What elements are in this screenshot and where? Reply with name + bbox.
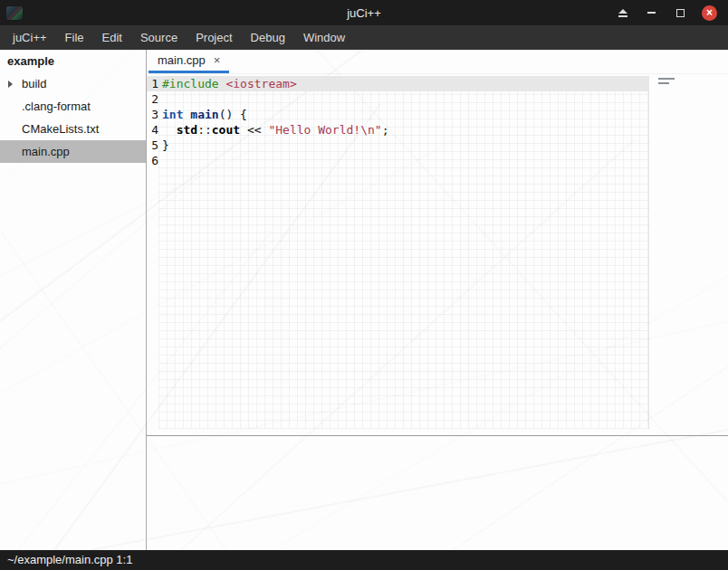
menu-item-project[interactable]: Project [187, 25, 241, 50]
code-text: #include <iostream> [162, 76, 297, 91]
tree-item-label: CMakeLists.txt [0, 122, 99, 136]
menu-item-juci[interactable]: juCi++ [4, 25, 56, 50]
tree-item-clang-format[interactable]: .clang-format [0, 95, 146, 118]
code-line[interactable]: 3int main() { [147, 107, 649, 122]
status-bar: ~/example/main.cpp 1:1 [0, 550, 728, 570]
code-text: int main() { [162, 107, 247, 122]
minimize-icon[interactable] [644, 5, 659, 21]
code-line[interactable]: 1#include <iostream> [147, 76, 649, 91]
code-text: std::cout << "Hello World!\n"; [162, 122, 388, 138]
restore-icon[interactable] [673, 5, 688, 21]
line-number: 4 [147, 122, 158, 138]
menu-item-debug[interactable]: Debug [242, 25, 294, 50]
tree-item-cmakelists[interactable]: CMakeLists.txt [0, 118, 146, 140]
menu-item-window[interactable]: Window [294, 25, 354, 50]
code-editor[interactable]: 1#include <iostream>23int main() {4 std:… [147, 74, 728, 435]
scrollbar-overview-marks [658, 78, 676, 87]
code-line[interactable]: 6 [147, 153, 649, 168]
menu-item-file[interactable]: File [56, 25, 93, 50]
eject-icon[interactable] [615, 5, 630, 21]
line-number: 3 [147, 107, 158, 122]
tree-item-label: .clang-format [0, 100, 91, 113]
tree-item-label: main.cpp [0, 145, 70, 158]
tree-item-build[interactable]: build [0, 72, 146, 95]
bottom-panel[interactable] [147, 436, 728, 550]
code-lines: 1#include <iostream>23int main() {4 std:… [147, 76, 649, 168]
line-number: 2 [147, 91, 158, 107]
menu-item-edit[interactable]: Edit [93, 25, 131, 50]
expander-icon[interactable] [8, 81, 13, 88]
code-line[interactable]: 4 std::cout << "Hello World!\n"; [147, 122, 649, 138]
window-controls: × [615, 5, 728, 21]
tree-root-folder[interactable]: example [0, 50, 146, 72]
status-text: ~/example/main.cpp 1:1 [7, 553, 132, 566]
menu-bar: juCi++ File Edit Source Project Debug Wi… [0, 25, 728, 50]
code-line[interactable]: 5} [147, 138, 649, 153]
tree-item-label: build [0, 77, 46, 90]
tab-main-cpp[interactable]: main.cpp × [148, 49, 229, 73]
title-bar[interactable]: juCi++ × [0, 0, 728, 25]
tab-bar: main.cpp × [147, 50, 728, 74]
code-line[interactable]: 2 [147, 91, 649, 107]
menu-item-source[interactable]: Source [131, 25, 187, 50]
tab-close-icon[interactable]: × [214, 54, 221, 66]
code-text: } [162, 138, 169, 153]
content-area: example build .clang-format CMakeLists.t… [0, 50, 728, 550]
close-icon[interactable]: × [702, 5, 717, 21]
tab-label: main.cpp [158, 53, 206, 67]
line-number: 6 [147, 153, 158, 168]
file-tree: example build .clang-format CMakeLists.t… [0, 50, 147, 550]
tree-item-main-cpp[interactable]: main.cpp [0, 140, 146, 163]
editor-column: main.cpp × 1#include <iostream>23int mai… [147, 50, 728, 550]
line-number: 1 [147, 76, 158, 91]
line-number: 5 [147, 138, 158, 153]
